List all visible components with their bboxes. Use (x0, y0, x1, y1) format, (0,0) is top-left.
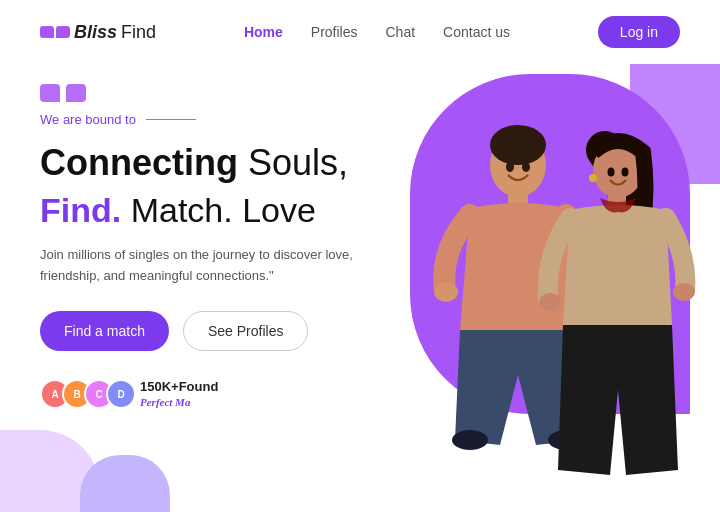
couple-svg (370, 90, 710, 512)
nav-links: Home Profiles Chat Contact us (244, 23, 510, 41)
hero-title-bold: Connecting (40, 142, 238, 183)
nav-chat[interactable]: Chat (385, 24, 415, 40)
hero-subtitle-find: Find. (40, 191, 121, 229)
find-match-button[interactable]: Find a match (40, 311, 169, 351)
nav-profiles[interactable]: Profiles (311, 24, 358, 40)
nav-home[interactable]: Home (244, 24, 283, 40)
hero-description: Join millions of singles on the journey … (40, 245, 360, 287)
stats-row: A B C D 150K+Found Perfect Match (40, 379, 360, 410)
avatar-4: D (106, 379, 136, 409)
stats-number: 150K+Found (140, 379, 218, 394)
hero-section: We are bound to Connecting Souls, Find. … (0, 64, 720, 512)
hero-subtitle-rest: Match. Love (131, 191, 316, 229)
quote-mark-right (66, 84, 86, 102)
navbar: Bliss Find Home Profiles Chat Contact us… (0, 0, 720, 64)
svg-point-9 (522, 162, 530, 172)
svg-point-12 (539, 293, 561, 311)
hero-title: Connecting Souls, (40, 141, 360, 184)
svg-point-4 (434, 282, 458, 302)
login-button[interactable]: Log in (598, 16, 680, 48)
see-profiles-button[interactable]: See Profiles (183, 311, 308, 351)
quote-mark-left (40, 84, 60, 102)
hero-left: We are bound to Connecting Souls, Find. … (0, 64, 400, 512)
stats-label: Perfect Match (140, 394, 218, 410)
logo: Bliss Find (40, 22, 156, 43)
logo-find-text: Find (121, 22, 156, 43)
svg-point-2 (490, 125, 546, 165)
couple-illustration (370, 90, 710, 512)
quote-icon (40, 84, 360, 102)
svg-point-6 (452, 430, 488, 450)
logo-bliss-text: Bliss (74, 22, 117, 43)
logo-icon-right (56, 26, 70, 38)
avatar-stack: A B C D (40, 379, 128, 409)
svg-point-14 (608, 168, 615, 177)
svg-point-8 (506, 162, 514, 172)
button-group: Find a match See Profiles (40, 311, 360, 351)
svg-text:Perfect Match: Perfect Match (140, 396, 190, 408)
stats-text: 150K+Found Perfect Match (140, 379, 218, 410)
svg-point-13 (673, 283, 695, 301)
hero-title-normal: Souls, (248, 142, 348, 183)
svg-point-15 (622, 168, 629, 177)
hero-subtitle: Find. Match. Love (40, 190, 360, 231)
nav-contact[interactable]: Contact us (443, 24, 510, 40)
perfect-match-script-icon: Perfect Match (140, 394, 190, 408)
svg-point-16 (589, 174, 597, 182)
logo-icon (40, 26, 70, 38)
logo-icon-left (40, 26, 54, 38)
tagline-small: We are bound to (40, 112, 360, 127)
